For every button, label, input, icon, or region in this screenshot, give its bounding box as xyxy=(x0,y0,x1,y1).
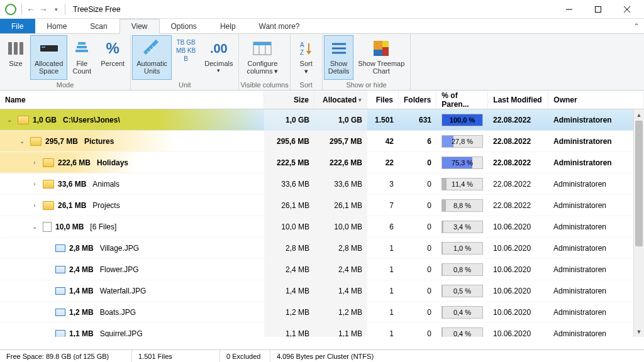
cell-folders: 0 xyxy=(399,323,436,337)
svg-rect-11 xyxy=(75,50,88,52)
forward-button[interactable]: → xyxy=(37,3,50,16)
treemap-icon xyxy=(371,38,391,58)
cell-size: 1,0 GB xyxy=(264,109,314,130)
tab-file[interactable]: File xyxy=(0,19,35,33)
col-folders[interactable]: Folders xyxy=(399,90,436,109)
expander-none xyxy=(43,287,52,295)
cell-modified: 22.08.2022 xyxy=(488,195,548,216)
cell-size: 295,6 MB xyxy=(264,131,314,151)
stack-icon xyxy=(72,38,92,58)
col-name[interactable]: Name xyxy=(0,90,264,109)
tree-row[interactable]: 1,2 MBBoats.JPG1,2 MB1,2 MB100,4 %10.06.… xyxy=(0,302,644,323)
cell-files: 1 xyxy=(367,280,399,301)
sort-button[interactable]: AZSort ▾ xyxy=(292,35,321,80)
mode-percent-button[interactable]: %Percent xyxy=(96,35,129,80)
unit-fixed-button[interactable]: TB GB MB KB B xyxy=(172,35,200,80)
tab-scan[interactable]: Scan xyxy=(79,19,119,33)
cell-size: 1,1 MB xyxy=(264,323,314,337)
name-cell: ›222,6 MBHolidays xyxy=(0,152,264,173)
cell-size: 10,0 MB xyxy=(264,216,314,237)
chevron-down-icon[interactable]: ⌄ xyxy=(30,222,39,231)
cell-size: 1,4 MB xyxy=(264,280,314,301)
tree-row[interactable]: ›33,6 MBAnimals33,6 MB33,6 MB3011,4 %22.… xyxy=(0,173,644,195)
cell-allocated: 222,6 MB xyxy=(314,152,367,173)
tree-row[interactable]: ›26,1 MBProjects26,1 MB26,1 MB708,8 %22.… xyxy=(0,195,644,216)
image-file-icon xyxy=(55,244,65,252)
size-label: 2,4 MB xyxy=(69,265,94,274)
cell-owner: Administratoren xyxy=(548,302,644,322)
ribbon-group-sort: Sort xyxy=(292,80,321,90)
tree-row[interactable]: ⌄1,0 GBC:\Users\Jones\1,0 GB1,0 GB1.5016… xyxy=(0,109,644,131)
tab-home[interactable]: Home xyxy=(35,19,79,33)
decimals-icon: .00 xyxy=(209,38,229,58)
status-cluster: 4.096 Bytes per Cluster (NTFS) xyxy=(270,350,644,362)
close-button[interactable] xyxy=(613,0,641,19)
app-icon xyxy=(5,4,16,15)
item-name: Boats.JPG xyxy=(100,308,136,317)
col-modified[interactable]: Last Modified xyxy=(488,90,548,109)
cell-size: 222,5 MB xyxy=(264,152,314,173)
scroll-up-icon[interactable]: ▲ xyxy=(634,109,644,120)
cell-allocated: 26,1 MB xyxy=(314,195,367,216)
tree-row[interactable]: ›222,6 MBHolidays222,5 MB222,6 MB22075,3… xyxy=(0,152,644,173)
unit-auto-button[interactable]: Automatic Units xyxy=(132,35,172,80)
cell-owner: Administratoren xyxy=(548,109,644,130)
minimize-button[interactable] xyxy=(555,0,584,19)
chevron-down-icon[interactable]: ⌄ xyxy=(18,137,26,146)
col-size[interactable]: Size xyxy=(264,90,314,109)
bars-icon xyxy=(6,38,26,58)
cell-owner: Administratoren xyxy=(548,216,644,237)
chevron-right-icon[interactable]: › xyxy=(30,180,39,189)
vertical-scrollbar[interactable]: ▲ ▼ xyxy=(633,109,644,337)
show-details-button[interactable]: Show Details xyxy=(324,35,354,80)
cell-owner: Administratoren xyxy=(548,259,644,280)
col-allocated[interactable]: Allocated▾ xyxy=(314,90,367,109)
back-button[interactable]: ← xyxy=(25,3,37,16)
cell-size: 2,8 MB xyxy=(264,238,314,258)
dropdown-history[interactable]: ▾ xyxy=(50,3,62,16)
tab-help[interactable]: Help xyxy=(209,19,248,33)
col-files[interactable]: Files xyxy=(367,90,399,109)
tree-row[interactable]: 2,4 MBFlower.JPG2,4 MB2,4 MB100,8 %10.06… xyxy=(0,259,644,280)
col-percent[interactable]: % of Paren... xyxy=(436,90,488,109)
scroll-down-icon[interactable]: ▼ xyxy=(634,326,644,337)
tree-row[interactable]: 1,4 MBWaterfall.JPG1,4 MB1,4 MB100,5 %10… xyxy=(0,280,644,302)
chevron-right-icon[interactable]: › xyxy=(30,158,39,167)
image-file-icon xyxy=(55,287,65,295)
tab-want-more[interactable]: Want more? xyxy=(248,19,312,33)
cell-allocated: 33,6 MB xyxy=(314,173,367,194)
tree-row[interactable]: ⌄295,7 MBPictures295,6 MB295,7 MB42627,8… xyxy=(0,131,644,152)
col-owner[interactable]: Owner xyxy=(548,90,644,109)
svg-rect-1 xyxy=(596,6,601,12)
window-title: TreeSize Free xyxy=(73,5,121,14)
size-label: 33,6 MB xyxy=(58,180,86,189)
cell-percent: 100,0 % xyxy=(436,109,488,130)
chevron-down-icon[interactable]: ⌄ xyxy=(5,116,14,124)
maximize-button[interactable] xyxy=(584,0,613,19)
unit-decimals-button[interactable]: .00Decimals▾ xyxy=(200,35,237,80)
tree-row[interactable]: ⌄10,0 MB[6 Files]10,0 MB10,0 MB603,4 %10… xyxy=(0,216,644,238)
svg-rect-6 xyxy=(19,42,23,55)
name-cell: ⌄1,0 GBC:\Users\Jones\ xyxy=(0,109,264,130)
mode-size-button[interactable]: Size xyxy=(1,35,30,80)
show-treemap-button[interactable]: Show Treemap Chart xyxy=(353,35,409,80)
cell-modified: 22.08.2022 xyxy=(488,152,548,173)
tab-options[interactable]: Options xyxy=(160,19,209,33)
cell-files: 42 xyxy=(367,131,399,151)
svg-text:Z: Z xyxy=(300,49,304,56)
chevron-right-icon[interactable]: › xyxy=(30,201,39,210)
tree-row[interactable]: 2,8 MBVillage.JPG2,8 MB2,8 MB101,0 %10.0… xyxy=(0,238,644,259)
tab-view[interactable]: View xyxy=(119,19,160,34)
mode-filecount-button[interactable]: File Count xyxy=(67,35,96,80)
size-label: 2,8 MB xyxy=(69,244,94,253)
svg-rect-5 xyxy=(14,42,18,55)
ribbon-collapse-button[interactable]: ⌃ xyxy=(629,19,644,33)
scroll-thumb[interactable] xyxy=(635,121,643,246)
configure-columns-button[interactable]: Configure columns ▾ xyxy=(240,35,284,80)
size-label: 1,0 GB xyxy=(33,116,57,124)
tree-row[interactable]: 1,1 MBSquirrel.JPG1,1 MB1,1 MB100,4 %10.… xyxy=(0,323,644,337)
mode-allocated-button[interactable]: Allocated Space xyxy=(30,35,67,80)
ribbon-group-visible: Visible columns xyxy=(240,80,288,90)
cell-allocated: 2,8 MB xyxy=(314,238,367,258)
svg-rect-30 xyxy=(374,50,382,56)
